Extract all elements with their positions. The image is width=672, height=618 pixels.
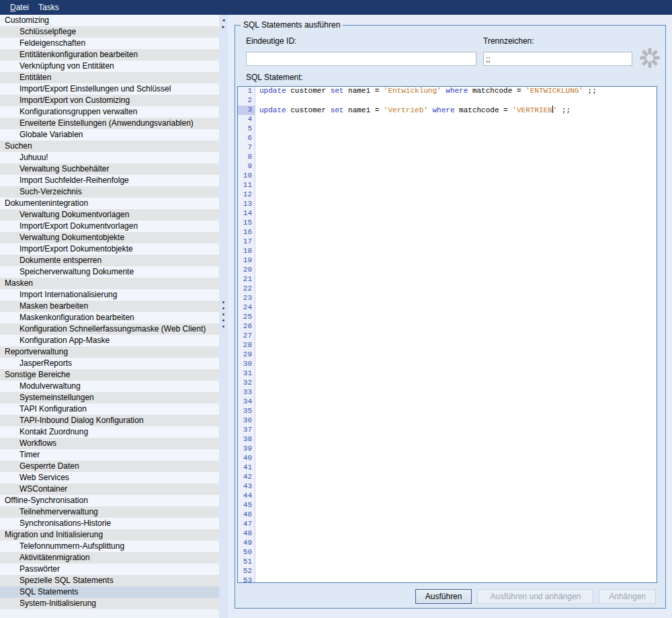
code-token: where (432, 106, 454, 114)
separator-label: Trennzeichen: (483, 36, 534, 46)
line-number: 4 (238, 115, 255, 124)
sidebar-item-import-export-dokumentvorlagen[interactable]: Import/Export Dokumentvorlagen (0, 221, 219, 232)
code-line (256, 266, 657, 275)
code-token: update (259, 87, 286, 95)
code-line (256, 501, 657, 510)
sidebar-item-import-export-einstellungen-und-schlussel[interactable]: Import/Export Einstellungen und Schlüsse… (0, 83, 219, 95)
ausfuhren-button[interactable]: Ausführen (415, 589, 472, 604)
sidebar-item-workflows[interactable]: Workflows (0, 438, 219, 449)
sidebar-item-web-services[interactable]: Web Services (0, 472, 219, 484)
sidebar-item-synchronisations-historie[interactable]: Synchronisations-Historie (0, 518, 219, 529)
editor-code[interactable]: update customer set name1 = 'Entwicklung… (256, 87, 657, 582)
sidebar-item-passworter[interactable]: Passwörter (0, 564, 219, 575)
sidebar-item-feldeigenschaften[interactable]: Feldeigenschaften (0, 38, 219, 49)
sidebar-item-aktivitatenmigration[interactable]: Aktivitätenmigration (0, 552, 219, 564)
line-number: 27 (238, 332, 255, 341)
sql-editor[interactable]: 1234567891011121314151617181920212223242… (237, 86, 657, 583)
collapse-left-icon[interactable]: ◄ (219, 17, 228, 24)
line-number: 20 (238, 266, 255, 275)
sidebar-item-tapi-inbound-dialog-konfiguration[interactable]: TAPI-Inbound Dialog Konfiguration (0, 415, 219, 426)
code-line (256, 284, 657, 294)
sidebar-item-import-suchfelder-reihenfolge[interactable]: Import Suchfelder-Reihenfolge (0, 175, 219, 186)
line-number: 13 (238, 200, 255, 209)
line-number: 3 (238, 106, 255, 115)
code-token: 'VERTRIEB (512, 106, 552, 114)
sidebar-item-timer[interactable]: Timer (0, 449, 219, 461)
sidebar-item-konfiguration-schnellerfassungsmaske-web-client[interactable]: Konfiguration Schnellerfassungsmaske (We… (0, 323, 219, 335)
splitter-grip-icon[interactable] (219, 301, 228, 327)
separator-input[interactable] (483, 52, 632, 66)
sidebar-item-modulverwaltung[interactable]: Modulverwaltung (0, 381, 219, 392)
sidebar-item-jasperreports[interactable]: JasperReports (0, 358, 219, 369)
sidebar-item-spezielle-sql-statements[interactable]: Spezielle SQL Statements (0, 575, 219, 586)
unique-id-input[interactable] (246, 52, 476, 66)
sidebar-section-sonstige-bereiche[interactable]: Sonstige Bereiche (0, 369, 219, 381)
code-line (256, 237, 657, 247)
code-token: name1 = (343, 106, 383, 114)
expand-right-icon[interactable]: ► (219, 24, 228, 30)
sidebar-item-telefonnummern-aufsplittung[interactable]: Telefonnummern-Aufsplittung (0, 541, 219, 552)
code-line (256, 397, 657, 407)
unique-id-label: Eindeutige ID: (246, 36, 296, 46)
sidebar-section-reportverwaltung[interactable]: Reportverwaltung (0, 346, 219, 358)
sidebar-item-konfiguration-app-maske[interactable]: Konfiguration App-Maske (0, 335, 219, 346)
sidebar-item-juhuuu[interactable]: Juhuuu! (0, 152, 219, 163)
line-number: 16 (238, 228, 255, 237)
sidebar-item-entitaten[interactable]: Entitäten (0, 72, 219, 83)
sidebar-section-migration-und-initialisierung[interactable]: Migration und Initialisierung (0, 529, 219, 541)
code-line (256, 153, 657, 162)
sidebar-item-speicherverwaltung-dokumente[interactable]: Speicherverwaltung Dokumente (0, 266, 219, 278)
sidebar-item-import-internationalisierung[interactable]: Import Internationalisierung (0, 289, 219, 301)
sidebar-item-verwaltung-suchbehalter[interactable]: Verwaltung Suchbehälter (0, 163, 219, 175)
line-number: 2 (238, 96, 255, 106)
sidebar-item-tapi-konfiguration[interactable]: TAPI Konfiguration (0, 403, 219, 415)
sidebar-item-such-verzeichnis[interactable]: Such-Verzeichnis (0, 186, 219, 198)
menu-tasks[interactable]: Tasks (34, 1, 64, 13)
sidebar-section-dokumentenintegration[interactable]: Dokumentenintegration (0, 198, 219, 209)
sidebar-item-konfigurationsgruppen-verwalten[interactable]: Konfigurationsgruppen verwalten (0, 106, 219, 118)
line-number: 8 (238, 153, 255, 162)
code-line (256, 341, 657, 350)
code-token: name1 = (343, 87, 383, 95)
sidebar-item-wscontainer[interactable]: WSContainer (0, 484, 219, 495)
ausfuhren-und-anhangen-button: Ausführen und anhängen (477, 589, 593, 604)
line-number: 23 (238, 294, 255, 303)
line-number: 17 (238, 237, 255, 247)
code-line (256, 313, 657, 322)
sidebar-item-dokumente-entsperren[interactable]: Dokumente entsperren (0, 255, 219, 266)
sidebar-splitter[interactable]: ◄ ► (219, 15, 228, 618)
sidebar-section-suchen[interactable]: Suchen (0, 141, 219, 152)
sidebar-item-sql-statements[interactable]: SQL Statements (0, 586, 219, 598)
code-token: 'ENTWICKLUNG' (526, 87, 583, 95)
code-token: 'Vertrieb' (384, 106, 428, 114)
line-number: 32 (238, 379, 255, 388)
line-number: 25 (238, 313, 255, 322)
sidebar-item-verwaltung-dokumentvorlagen[interactable]: Verwaltung Dokumentvorlagen (0, 209, 219, 221)
line-number: 1 (238, 87, 255, 96)
sidebar-item-import-export-von-customizing[interactable]: Import/Export von Customizing (0, 95, 219, 106)
spinner-icon (638, 46, 662, 70)
sidebar-item-system-initialisierung[interactable]: System-Initialisierung (0, 598, 219, 609)
sidebar-item-verknupfung-von-entitaten[interactable]: Verknüpfung von Entitäten (0, 61, 219, 72)
code-line (256, 445, 657, 454)
sidebar-item-gesperrte-daten[interactable]: Gesperrte Daten (0, 461, 219, 472)
sidebar-item-maskenkonfiguration-bearbeiten[interactable]: Maskenkonfiguration bearbeiten (0, 312, 219, 323)
sidebar-item-globale-variablen[interactable]: Globale Variablen (0, 129, 219, 141)
sidebar-item-systemeinstellungen[interactable]: Systemeinstellungen (0, 392, 219, 403)
sidebar-item-kontakt-zuordnung[interactable]: Kontakt Zuordnung (0, 426, 219, 438)
sidebar-item-verwaltung-dokumentobjekte[interactable]: Verwaltung Dokumentobjekte (0, 232, 219, 243)
sidebar-item-erweiterte-einstellungen-anwendungsvariablen[interactable]: Erweiterte Einstellungen (Anwendungsvari… (0, 118, 219, 129)
sidebar-section-customizing[interactable]: Customizing (0, 15, 219, 26)
menu-datei[interactable]: Datei (5, 1, 34, 13)
sidebar-item-entitatenkonfiguration-bearbeiten[interactable]: Entitätenkonfiguration bearbeiten (0, 49, 219, 61)
sidebar-item-schlusselpflege[interactable]: Schlüsselpflege (0, 26, 219, 38)
code-token: 'Entwicklung' (384, 87, 442, 95)
line-number: 7 (238, 143, 255, 153)
sidebar-item-teilnehmerverwaltung[interactable]: Teilnehmerverwaltung (0, 506, 219, 518)
sidebar-section-offline-synchronisation[interactable]: Offline-Synchronisation (0, 495, 219, 506)
line-number: 34 (238, 397, 255, 407)
anhangen-button: Anhängen (599, 589, 656, 604)
sidebar-item-masken-bearbeiten[interactable]: Masken bearbeiten (0, 301, 219, 312)
sidebar-section-masken[interactable]: Masken (0, 278, 219, 289)
sidebar-item-import-export-dokumentobjekte[interactable]: Import/Export Dokumentobjekte (0, 243, 219, 255)
